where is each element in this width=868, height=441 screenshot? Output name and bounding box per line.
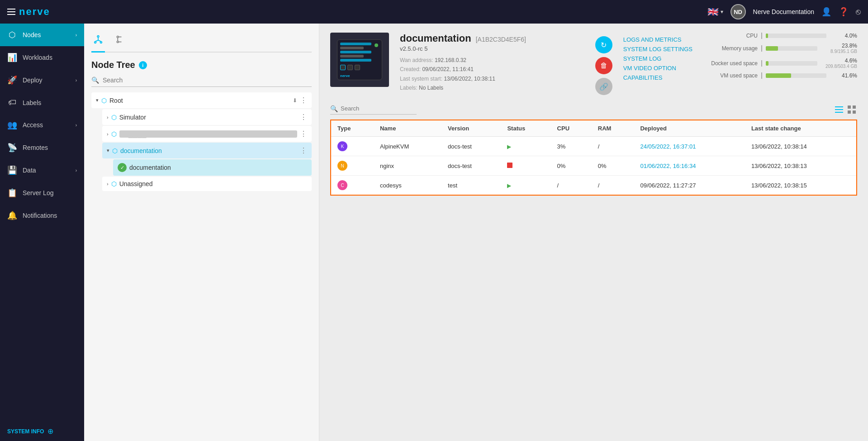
more-options-icon[interactable]: ⋮ <box>300 146 307 155</box>
status-stopped-icon <box>507 163 512 168</box>
logs-metrics-link[interactable]: LOGS AND METRICS <box>623 36 693 43</box>
sidebar-item-nodes[interactable]: ⬡ Nodes › <box>0 24 84 46</box>
system-log-link[interactable]: SYSTEM LOG <box>623 55 693 62</box>
cell-last-change: 13/06/2022, 10:38:14 <box>745 137 857 156</box>
table-row[interactable]: K AlpineKVM docs-test ▶ 3% / 24/05/2022,… <box>331 137 857 156</box>
tree-row-root[interactable]: ▾ ⬡ Root ⬇ ⋮ <box>91 92 312 108</box>
tree-node-root: ▾ ⬡ Root ⬇ ⋮ › ⬡ Simulator ⋮ <box>91 92 312 192</box>
tree-search: 🔍 <box>91 77 312 87</box>
sidebar-item-workloads[interactable]: 📊 Workloads <box>0 46 84 69</box>
last-start-value: 13/06/2022, 10:38:11 <box>444 76 495 82</box>
system-info-label: SYSTEM INFO <box>7 428 44 435</box>
more-options-icon[interactable]: ⋮ <box>300 96 307 105</box>
search-icon: 🔍 <box>330 105 338 112</box>
help-icon[interactable]: ❓ <box>839 7 849 17</box>
stat-value-cpu: 4.0% <box>830 33 857 39</box>
tree-row-blurred[interactable]: › ⬡ ████ ⋮ <box>102 126 312 142</box>
logout-icon[interactable]: ⎋ <box>856 7 861 17</box>
deploy-icon: 🚀 <box>7 75 17 85</box>
tree-row-documentation-leaf[interactable]: ✓ documentation <box>113 159 312 176</box>
info-icon[interactable]: i <box>139 61 147 69</box>
link-button[interactable]: 🔗 <box>595 78 612 95</box>
grid-view-icon[interactable] <box>846 104 857 115</box>
sidebar-item-data[interactable]: 💾 Data › <box>0 159 84 182</box>
stat-bar-docker <box>766 61 768 66</box>
table-row[interactable]: C codesys test ▶ / / 09/06/2022, 11:27:2… <box>331 176 857 196</box>
deployed-date: 24/05/2022, 16:37:01 <box>640 143 696 150</box>
chevron-right-icon[interactable]: › <box>107 181 109 187</box>
chevron-right-icon[interactable]: › <box>107 115 109 120</box>
tree-row-documentation[interactable]: ▾ ⬡ documentation ⋮ <box>102 143 312 158</box>
svg-point-6 <box>117 36 119 38</box>
logo-area: nerve <box>7 6 702 18</box>
device-port-5 <box>340 59 371 62</box>
svg-rect-12 <box>835 109 843 110</box>
tree-row-simulator[interactable]: › ⬡ Simulator ⋮ <box>102 109 312 125</box>
language-selector[interactable]: 🇬🇧 ▾ <box>707 6 723 17</box>
topnav: nerve 🇬🇧 ▾ ND Nerve Documentation 👤 ❓ ⎋ <box>0 0 868 24</box>
type-icon-kvm: K <box>337 141 347 151</box>
cell-cpu: 0% <box>551 156 592 176</box>
table-row[interactable]: N nginx docs-test 0% 0% 01/06/2022, 16:1… <box>331 156 857 176</box>
stats-panel: CPU 4.0% Memory usage <box>703 33 857 82</box>
vm-video-option-link[interactable]: VM VIDEO OPTION <box>623 65 693 72</box>
node-info: documentation [A1B2C3D4E5F6] v2.5.0-rc 5… <box>400 33 584 93</box>
node-version: v2.5.0-rc 5 <box>400 45 584 52</box>
more-options-icon[interactable]: ⋮ <box>300 129 307 138</box>
deployed-date: 01/06/2022, 16:16:34 <box>640 163 696 169</box>
chevron-down-icon[interactable]: ▾ <box>107 148 109 153</box>
restart-button[interactable]: ↻ <box>595 36 612 53</box>
svg-rect-14 <box>848 105 851 109</box>
chevron-right-icon[interactable]: › <box>107 131 109 137</box>
more-options-icon[interactable]: ⋮ <box>300 113 307 121</box>
stat-subvalue-docker: 209.8/503.4 GB <box>825 64 857 69</box>
delete-button[interactable]: 🗑 <box>595 57 612 74</box>
cell-version: test <box>441 176 501 196</box>
sidebar-item-labels[interactable]: 🏷 Labels <box>0 91 84 114</box>
cell-name: nginx <box>374 156 441 176</box>
sidebar-item-label: Data <box>23 167 36 174</box>
tree-node-label-root: Root <box>109 97 290 104</box>
sidebar-item-label: Access <box>23 121 43 129</box>
device-led <box>375 43 378 47</box>
sidebar-item-access[interactable]: 👥 Access › <box>0 114 84 136</box>
sidebar-item-server-log[interactable]: 📋 Server Log <box>0 182 84 204</box>
tree-node-label-unassigned: Unassigned <box>119 180 307 187</box>
nerve-brand-label: nerve <box>340 74 350 78</box>
svg-point-1 <box>95 42 96 43</box>
stat-row-memory: Memory usage 23.8% 8.9/195.1 GB <box>703 43 857 54</box>
system-info-button[interactable]: SYSTEM INFO ⊕ <box>0 422 84 441</box>
device-body: nerve <box>337 39 382 80</box>
sidebar-item-remotes[interactable]: 📡 Remotes <box>0 136 84 159</box>
tab-node-detail[interactable] <box>112 31 126 52</box>
user-avatar[interactable]: ND <box>730 4 746 19</box>
tree-search-input[interactable] <box>103 77 312 84</box>
capabilities-link[interactable]: CAPABILITIES <box>623 74 693 81</box>
stat-separator <box>761 33 762 39</box>
labels-value: No Labels <box>419 85 443 91</box>
tree-indent-blurred: › ⬡ ████ ⋮ <box>91 126 312 142</box>
device-port-2 <box>340 47 364 49</box>
list-view-icon[interactable] <box>834 104 844 115</box>
tree-row-unassigned[interactable]: › ⬡ Unassigned <box>102 177 312 191</box>
system-log-settings-link[interactable]: SYSTEM LOG SETTINGS <box>623 46 693 53</box>
sidebar-item-label: Notifications <box>23 212 57 219</box>
data-icon: 💾 <box>7 165 17 175</box>
sidebar-item-deploy[interactable]: 🚀 Deploy › <box>0 69 84 91</box>
user-icon[interactable]: 👤 <box>821 7 831 17</box>
node-id: [A1B2C3D4E5F6] <box>476 36 526 43</box>
wan-label: Wan address: <box>400 57 433 63</box>
hamburger-menu[interactable] <box>7 9 15 15</box>
cell-deployed: 24/05/2022, 16:37:01 <box>634 137 745 156</box>
stat-bar-wrap-docker <box>766 61 817 66</box>
chevron-down-icon[interactable]: ▾ <box>96 97 99 103</box>
col-deployed: Deployed <box>634 120 745 137</box>
sort-icon[interactable]: ⬇ <box>293 97 297 104</box>
sidebar-item-notifications[interactable]: 🔔 Notifications <box>0 204 84 227</box>
tree-indent-doc-leaf: ✓ documentation <box>102 159 312 176</box>
sidebar-item-label: Remotes <box>23 144 48 151</box>
workload-search-input[interactable] <box>341 105 417 112</box>
tab-node-tree[interactable] <box>91 31 105 53</box>
cell-type: K <box>331 137 374 156</box>
svg-point-0 <box>97 36 99 38</box>
